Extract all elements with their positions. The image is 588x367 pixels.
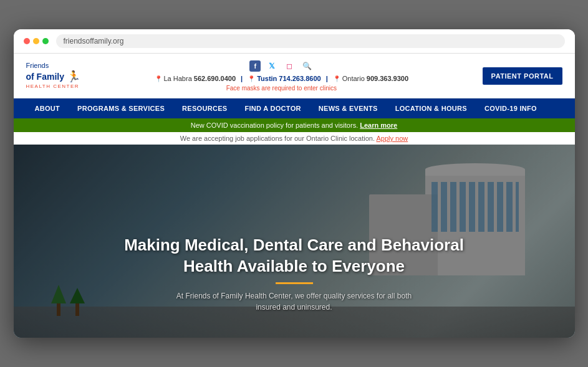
divider-1: |	[241, 75, 243, 82]
announcement-covid-text: New COVID vaccination policy for patient…	[191, 122, 360, 129]
announcement-covid-policy: New COVID vaccination policy for patient…	[14, 118, 575, 132]
contact-tustin: 📍 Tustin 714.263.8600	[248, 75, 321, 82]
pin-icon-tustin: 📍	[248, 75, 255, 82]
announcement-jobs-text: We are accepting job applications for ou…	[180, 135, 377, 142]
close-dot[interactable]	[24, 38, 30, 44]
browser-top-bar: friendsoffamily.org	[14, 29, 575, 54]
logo-area: Friends of Family 🏃 Health Center	[26, 62, 80, 89]
patient-portal-button[interactable]: PATIENT PORTAL	[483, 67, 562, 85]
header-center: f 𝕏 ◻ 🔍 📍 La Habra 562.690.0400 | 📍 Tust…	[155, 60, 409, 92]
pin-icon-lahabra: 📍	[155, 75, 162, 82]
logo-line3: Health Center	[26, 83, 80, 90]
facebook-icon[interactable]: f	[249, 60, 261, 72]
lahabra-phone: 562.690.0400	[194, 75, 236, 82]
nav-news[interactable]: NEWS & EVENTS	[310, 98, 387, 118]
announcement-jobs: We are accepting job applications for ou…	[14, 132, 575, 145]
hero-content: Making Medical, Dental Care and Behavior…	[14, 235, 575, 313]
announcement-jobs-link[interactable]: Apply now	[376, 135, 408, 142]
twitter-icon[interactable]: 𝕏	[266, 60, 278, 72]
contact-lahabra: 📍 La Habra 562.690.0400	[155, 75, 236, 82]
hero-title: Making Medical, Dental Care and Behavior…	[107, 235, 481, 277]
contact-ontario: 📍 Ontario 909.363.9300	[333, 75, 408, 82]
social-icons: f 𝕏 ◻ 🔍	[249, 60, 313, 72]
maximize-dot[interactable]	[42, 38, 49, 44]
main-navigation: ABOUT PROGRAMS & SERVICES RESOURCES FIND…	[14, 98, 575, 118]
tustin-label: Tustin	[257, 75, 277, 82]
logo-line2: of Family	[26, 72, 64, 82]
instagram-icon[interactable]: ◻	[283, 60, 296, 72]
browser-frame: friendsoffamily.org Friends of Family 🏃 …	[14, 29, 575, 338]
browser-dots	[24, 38, 49, 44]
site-header: Friends of Family 🏃 Health Center f 𝕏 ◻ …	[14, 54, 575, 98]
address-bar[interactable]: friendsoffamily.org	[56, 34, 565, 48]
ontario-label: Ontario	[342, 75, 365, 82]
minimize-dot[interactable]	[33, 38, 39, 44]
nav-location[interactable]: LOCATION & HOURS	[387, 98, 476, 118]
announcement-covid-link[interactable]: Learn more	[360, 122, 397, 129]
hero-subtitle: At Friends of Family Health Center, we o…	[170, 290, 419, 313]
divider-2: |	[326, 75, 328, 82]
nav-resources[interactable]: RESOURCES	[173, 98, 236, 118]
hero-section: Making Medical, Dental Care and Behavior…	[14, 145, 575, 338]
mask-notice: Face masks are required to enter clinics	[226, 85, 337, 92]
tustin-phone: 714.263.8600	[279, 75, 321, 82]
logo-icon: 🏃	[67, 70, 80, 84]
lahabra-label: La Habra	[164, 75, 192, 82]
nav-about[interactable]: ABOUT	[26, 98, 69, 118]
nav-find-doctor[interactable]: FIND A DOCTOR	[236, 98, 309, 118]
nav-covid[interactable]: COVID-19 INFO	[476, 98, 546, 118]
nav-programs[interactable]: PROGRAMS & SERVICES	[69, 98, 173, 118]
pin-icon-ontario: 📍	[333, 75, 340, 82]
contact-info: 📍 La Habra 562.690.0400 | 📍 Tustin 714.2…	[155, 75, 409, 82]
ontario-phone: 909.363.9300	[367, 75, 408, 82]
hero-underline-decoration	[276, 282, 313, 284]
logo-line1: Friends	[26, 62, 80, 70]
search-icon[interactable]: 🔍	[301, 60, 313, 72]
